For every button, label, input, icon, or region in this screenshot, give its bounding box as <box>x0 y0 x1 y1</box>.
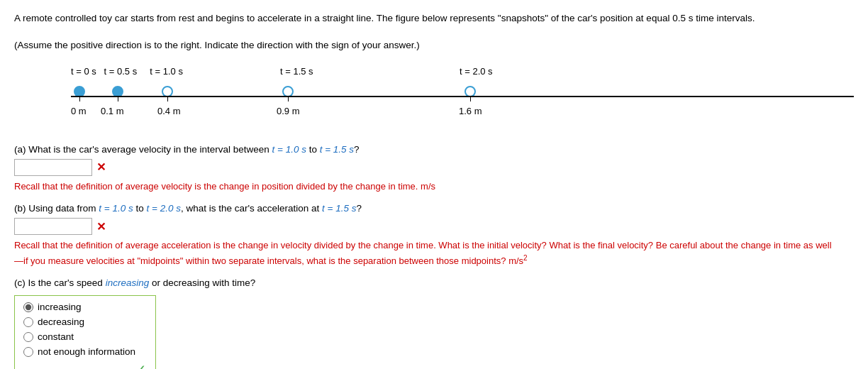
part-b-hint: Recall that the definition of average ac… <box>14 238 837 268</box>
radio-constant[interactable] <box>23 332 33 342</box>
label-constant: constant <box>38 331 74 342</box>
part-a-hint: Recall that the definition of average ve… <box>14 180 837 194</box>
option-increasing: increasing <box>23 302 147 312</box>
part-b-wrong-icon: ✕ <box>96 220 106 233</box>
part-c-prefix: (c) Is the car's speed <box>14 277 106 288</box>
tick-09 <box>288 96 289 101</box>
option-not-enough: not enough information <box>23 346 147 357</box>
part-b-t1: t = 1.0 s <box>99 203 133 214</box>
part-b: (b) Using data from t = 1.0 s to t = 2.0… <box>14 203 854 268</box>
part-c: (c) Is the car's speed increasing or dec… <box>14 277 854 369</box>
dist-label-01m: 0.1 m <box>101 106 124 116</box>
tick-04 <box>167 96 168 101</box>
dist-label-09m: 0.9 m <box>277 106 300 116</box>
label-decreasing: decreasing <box>38 316 84 327</box>
part-a-wrong-icon: ✕ <box>96 160 106 174</box>
time-label-15: t = 1.5 s <box>280 66 313 77</box>
option-constant: constant <box>23 331 147 342</box>
dist-label-0m: 0 m <box>71 106 87 116</box>
check-row: ✓ <box>23 361 147 369</box>
part-c-highlight: increasing <box>106 277 150 288</box>
part-b-t2: t = 2.0 s <box>146 203 180 214</box>
check-icon: ✓ <box>135 361 147 369</box>
part-c-question: (c) Is the car's speed increasing or dec… <box>14 277 854 288</box>
part-b-mid2: , what is the car's acceleration at <box>181 203 322 214</box>
part-b-mid: to <box>133 203 147 214</box>
option-decreasing: decreasing <box>23 316 147 327</box>
dist-label-04m: 0.4 m <box>157 106 181 116</box>
part-b-prefix: (b) Using data from <box>14 203 99 214</box>
part-b-question: (b) Using data from t = 1.0 s to t = 2.0… <box>14 203 854 214</box>
diagram: t = 0 s t = 0.5 s t = 1.0 s t = 1.5 s t … <box>71 66 854 130</box>
part-c-suffix: or decreasing with time? <box>149 277 255 288</box>
part-a-input[interactable] <box>14 159 92 176</box>
part-a: (a) What is the car's average velocity i… <box>14 144 854 194</box>
part-b-input-row: ✕ <box>14 218 854 235</box>
radio-decreasing[interactable] <box>23 317 33 327</box>
label-not-enough: not enough information <box>38 346 135 357</box>
problem-statement: A remote controlled toy car starts from … <box>14 11 854 53</box>
tick-0 <box>79 96 80 101</box>
radio-not-enough[interactable] <box>23 347 33 357</box>
part-a-suffix: ? <box>354 144 360 155</box>
part-b-suffix: ? <box>357 203 362 214</box>
time-label-20: t = 2.0 s <box>460 66 493 77</box>
tick-01 <box>118 96 118 101</box>
timeline <box>71 96 854 97</box>
radio-increasing[interactable] <box>23 302 33 312</box>
part-b-t3: t = 1.5 s <box>322 203 356 214</box>
problem-text-line2: (Assume the positive direction is to the… <box>14 38 851 53</box>
dist-label-16m: 1.6 m <box>459 106 482 116</box>
tick-16 <box>470 96 471 101</box>
part-a-mid: to <box>306 144 320 155</box>
part-b-input[interactable] <box>14 218 92 235</box>
label-increasing: increasing <box>38 302 82 312</box>
time-label-0: t = 0 s t = 0.5 s t = 1.0 s <box>71 66 183 77</box>
part-a-prefix: (a) What is the car's average velocity i… <box>14 144 272 155</box>
part-a-input-row: ✕ <box>14 159 854 176</box>
part-a-t2: t = 1.5 s <box>320 144 354 155</box>
part-c-options: increasing decreasing constant not enoug… <box>14 295 156 369</box>
problem-text-line1: A remote controlled toy car starts from … <box>14 11 851 26</box>
part-a-question: (a) What is the car's average velocity i… <box>14 144 854 155</box>
part-a-t1: t = 1.0 s <box>272 144 306 155</box>
